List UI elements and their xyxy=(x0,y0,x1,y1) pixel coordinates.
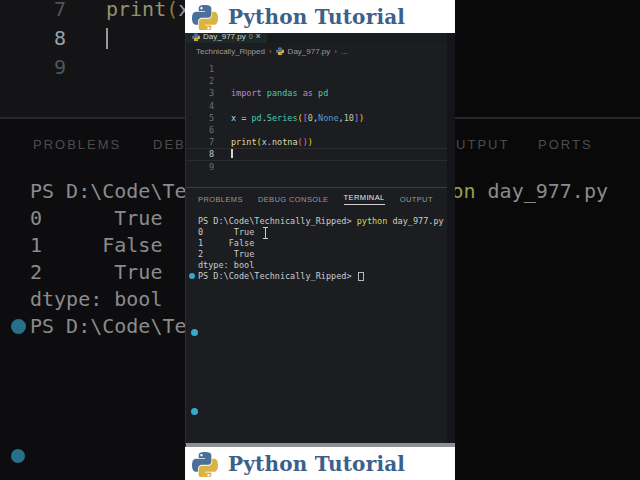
command-decoration-dot xyxy=(191,408,198,415)
command-decoration-dot xyxy=(189,273,195,279)
command-decoration-dot xyxy=(191,329,198,336)
code-token: ) xyxy=(359,113,364,123)
code-token: as xyxy=(298,88,313,98)
python-icon xyxy=(192,33,200,41)
text-cursor xyxy=(106,28,108,49)
editor-line[interactable]: 9 xyxy=(0,53,190,82)
code-token: 10 xyxy=(344,113,354,123)
line-number: 8 xyxy=(0,24,66,53)
code-token: notna xyxy=(272,137,298,147)
terminal-line: dtype: bool xyxy=(198,260,451,271)
breadcrumb-folder[interactable]: Technically_Ripped xyxy=(196,47,265,56)
code-token: PS D:\Code\Technically_Ripped> xyxy=(198,271,357,281)
code-token: import xyxy=(231,88,262,98)
line-number: 7 xyxy=(186,136,214,148)
terminal-cursor xyxy=(358,272,364,281)
code-text xyxy=(66,26,108,50)
terminal-line: PS D:\Code\Technically_Ripped> xyxy=(198,271,451,282)
line-number: 7 xyxy=(0,0,66,24)
code-token: Series xyxy=(267,113,298,123)
line-number: 5 xyxy=(186,112,214,124)
line-number: 3 xyxy=(186,87,214,99)
line-number: 9 xyxy=(186,161,214,173)
line-number: 6 xyxy=(186,124,214,136)
code-token: pd xyxy=(251,113,261,123)
code-token: ( xyxy=(166,0,178,21)
tab-modified-indicator: 0 xyxy=(249,33,253,40)
code-token: pandas xyxy=(267,88,298,98)
line-number: 8 xyxy=(186,148,214,160)
tab-filename: Day_977.py xyxy=(203,32,246,41)
scrollbar-gutter[interactable] xyxy=(447,30,455,447)
line-number: 4 xyxy=(186,100,214,112)
code-token: 2 True xyxy=(30,260,162,284)
mouse-ibeam-cursor xyxy=(263,227,268,239)
code-text xyxy=(214,149,233,159)
command-decoration-dot xyxy=(11,449,25,463)
editor-line[interactable]: 2 xyxy=(186,75,447,87)
text-cursor xyxy=(231,149,233,158)
panel-tab-debug-console[interactable]: DEBUG CONSOLE xyxy=(258,195,329,204)
editor-line[interactable]: 7print(x.notna()) xyxy=(186,136,447,148)
code-token: None xyxy=(318,113,338,123)
code-text xyxy=(214,64,231,74)
code-token: day_977.py xyxy=(476,179,608,203)
breadcrumb-more[interactable]: ... xyxy=(341,47,348,56)
code-editor[interactable]: 123import pandas as pd45x = pd.Series([0… xyxy=(186,63,447,173)
code-token: python xyxy=(357,216,388,226)
editor-line[interactable]: 7print(x xyxy=(0,0,190,24)
editor-line[interactable]: 9 xyxy=(186,161,447,173)
code-token: PS D:\Code\Technically_Ripped> xyxy=(198,216,357,226)
line-number: 1 xyxy=(186,63,214,75)
panel-tab-output[interactable]: OUTPUT xyxy=(400,195,433,204)
tab-close-icon[interactable]: × xyxy=(256,32,261,41)
terminal-line: 1 False xyxy=(198,238,451,249)
code-token: = xyxy=(236,113,251,123)
code-text: x = pd.Series([0,None,10]) xyxy=(214,113,364,123)
code-token: day_977.py xyxy=(387,216,443,226)
background-panel-tab-problems: PROBLEMS xyxy=(33,137,121,152)
line-number: 2 xyxy=(186,75,214,87)
command-decoration-dot xyxy=(11,319,26,334)
editor-line[interactable]: 4 xyxy=(186,100,447,112)
code-token: dtype: bool xyxy=(30,287,162,311)
python-logo-icon xyxy=(192,4,218,30)
banner-title: Python Tutorial xyxy=(228,5,405,29)
code-text xyxy=(214,101,231,111)
python-logo-icon xyxy=(192,451,218,477)
editor-line[interactable]: 3import pandas as pd xyxy=(186,87,447,99)
code-token: 0 True xyxy=(30,206,162,230)
python-icon xyxy=(276,47,284,55)
panel-tab-terminal[interactable]: TERMINAL xyxy=(344,193,385,205)
editor-line[interactable]: 6 xyxy=(186,124,447,136)
editor-line[interactable]: 8 xyxy=(186,148,447,160)
vscode-window: Day_977.py 0 × Technically_Ripped › Day_… xyxy=(185,30,455,447)
terminal-line: 2 True xyxy=(198,249,451,260)
editor-line[interactable]: 5x = pd.Series([0,None,10]) xyxy=(186,112,447,124)
terminal-line: PS D:\Code\Technically_Ripped> python da… xyxy=(198,216,451,227)
code-token: 2 True xyxy=(198,249,254,259)
breadcrumb[interactable]: Technically_Ripped › Day_977.py › ... xyxy=(196,43,348,59)
code-token: 1 False xyxy=(198,238,254,248)
code-token: pd xyxy=(313,88,328,98)
code-token: dtype: bool xyxy=(198,260,254,270)
background-panel-tab-ports: PORTS xyxy=(538,137,593,152)
code-text: import pandas as pd xyxy=(214,88,328,98)
banner-title: Python Tutorial xyxy=(228,452,405,476)
editor-line[interactable]: 8 xyxy=(0,24,190,53)
chevron-right-icon: › xyxy=(269,47,272,56)
chevron-right-icon: › xyxy=(334,47,337,56)
panel-tab-problems[interactable]: PROBLEMS xyxy=(198,195,243,204)
code-token: ) xyxy=(308,137,313,147)
code-token: 0 True xyxy=(198,227,254,237)
terminal-output[interactable]: PS D:\Code\Technically_Ripped> python da… xyxy=(198,216,451,282)
code-text xyxy=(66,55,106,79)
editor-line[interactable]: 1 xyxy=(186,63,447,75)
panel-tab-bar: PROBLEMSDEBUG CONSOLETERMINALOUTPUTPORTS xyxy=(198,188,455,210)
code-token: print xyxy=(231,137,257,147)
code-text: print(x xyxy=(66,0,190,21)
breadcrumb-file[interactable]: Day_977.py xyxy=(288,47,331,56)
code-text xyxy=(214,162,231,172)
code-text xyxy=(214,125,231,135)
terminal-line: 0 True xyxy=(198,227,451,238)
